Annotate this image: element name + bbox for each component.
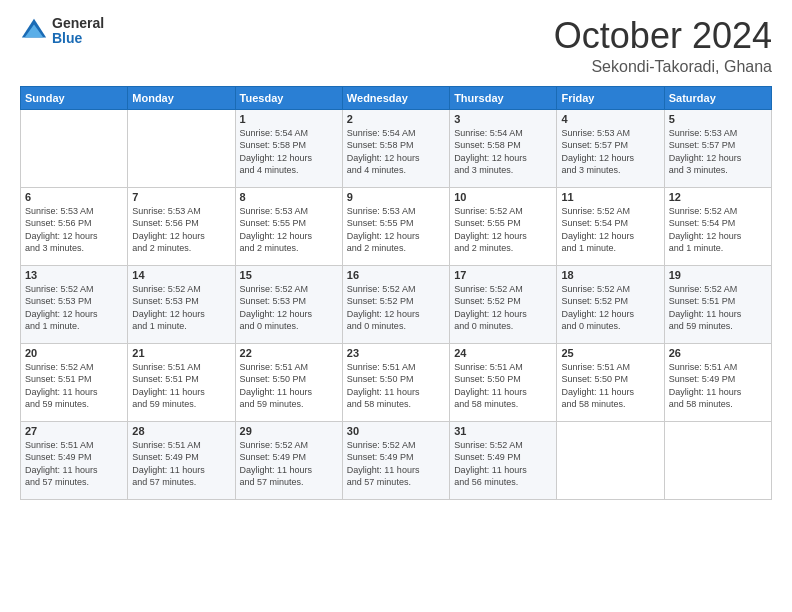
table-cell: 20Sunrise: 5:52 AM Sunset: 5:51 PM Dayli… (21, 343, 128, 421)
day-info: Sunrise: 5:52 AM Sunset: 5:53 PM Dayligh… (132, 283, 230, 333)
table-cell (21, 109, 128, 187)
table-cell (557, 421, 664, 499)
day-number: 10 (454, 191, 552, 203)
day-info: Sunrise: 5:51 AM Sunset: 5:50 PM Dayligh… (454, 361, 552, 411)
header-sunday: Sunday (21, 86, 128, 109)
table-cell: 4Sunrise: 5:53 AM Sunset: 5:57 PM Daylig… (557, 109, 664, 187)
day-info: Sunrise: 5:51 AM Sunset: 5:50 PM Dayligh… (347, 361, 445, 411)
day-number: 26 (669, 347, 767, 359)
day-number: 23 (347, 347, 445, 359)
table-cell: 23Sunrise: 5:51 AM Sunset: 5:50 PM Dayli… (342, 343, 449, 421)
day-info: Sunrise: 5:52 AM Sunset: 5:55 PM Dayligh… (454, 205, 552, 255)
table-cell: 1Sunrise: 5:54 AM Sunset: 5:58 PM Daylig… (235, 109, 342, 187)
table-cell: 25Sunrise: 5:51 AM Sunset: 5:50 PM Dayli… (557, 343, 664, 421)
day-info: Sunrise: 5:54 AM Sunset: 5:58 PM Dayligh… (347, 127, 445, 177)
logo-blue-text: Blue (52, 31, 104, 46)
day-info: Sunrise: 5:51 AM Sunset: 5:49 PM Dayligh… (25, 439, 123, 489)
title-block: October 2024 Sekondi-Takoradi, Ghana (554, 16, 772, 76)
calendar-location: Sekondi-Takoradi, Ghana (554, 58, 772, 76)
calendar-table: Sunday Monday Tuesday Wednesday Thursday… (20, 86, 772, 500)
day-info: Sunrise: 5:52 AM Sunset: 5:54 PM Dayligh… (669, 205, 767, 255)
header-friday: Friday (557, 86, 664, 109)
day-number: 25 (561, 347, 659, 359)
header-thursday: Thursday (450, 86, 557, 109)
day-number: 17 (454, 269, 552, 281)
table-cell: 30Sunrise: 5:52 AM Sunset: 5:49 PM Dayli… (342, 421, 449, 499)
day-info: Sunrise: 5:52 AM Sunset: 5:51 PM Dayligh… (25, 361, 123, 411)
day-number: 9 (347, 191, 445, 203)
table-cell: 31Sunrise: 5:52 AM Sunset: 5:49 PM Dayli… (450, 421, 557, 499)
day-info: Sunrise: 5:53 AM Sunset: 5:55 PM Dayligh… (347, 205, 445, 255)
logo: General Blue (20, 16, 104, 47)
day-info: Sunrise: 5:52 AM Sunset: 5:49 PM Dayligh… (454, 439, 552, 489)
day-number: 1 (240, 113, 338, 125)
day-info: Sunrise: 5:51 AM Sunset: 5:51 PM Dayligh… (132, 361, 230, 411)
day-info: Sunrise: 5:54 AM Sunset: 5:58 PM Dayligh… (240, 127, 338, 177)
day-info: Sunrise: 5:51 AM Sunset: 5:49 PM Dayligh… (669, 361, 767, 411)
day-number: 30 (347, 425, 445, 437)
day-number: 16 (347, 269, 445, 281)
table-cell: 10Sunrise: 5:52 AM Sunset: 5:55 PM Dayli… (450, 187, 557, 265)
table-cell: 14Sunrise: 5:52 AM Sunset: 5:53 PM Dayli… (128, 265, 235, 343)
day-number: 3 (454, 113, 552, 125)
day-number: 24 (454, 347, 552, 359)
day-number: 4 (561, 113, 659, 125)
day-info: Sunrise: 5:52 AM Sunset: 5:52 PM Dayligh… (347, 283, 445, 333)
table-cell: 17Sunrise: 5:52 AM Sunset: 5:52 PM Dayli… (450, 265, 557, 343)
table-cell: 24Sunrise: 5:51 AM Sunset: 5:50 PM Dayli… (450, 343, 557, 421)
day-info: Sunrise: 5:52 AM Sunset: 5:53 PM Dayligh… (25, 283, 123, 333)
day-info: Sunrise: 5:51 AM Sunset: 5:50 PM Dayligh… (561, 361, 659, 411)
day-info: Sunrise: 5:52 AM Sunset: 5:53 PM Dayligh… (240, 283, 338, 333)
day-number: 19 (669, 269, 767, 281)
day-info: Sunrise: 5:52 AM Sunset: 5:52 PM Dayligh… (561, 283, 659, 333)
week-row-3: 13Sunrise: 5:52 AM Sunset: 5:53 PM Dayli… (21, 265, 772, 343)
table-cell: 3Sunrise: 5:54 AM Sunset: 5:58 PM Daylig… (450, 109, 557, 187)
table-cell: 29Sunrise: 5:52 AM Sunset: 5:49 PM Dayli… (235, 421, 342, 499)
day-number: 5 (669, 113, 767, 125)
week-row-4: 20Sunrise: 5:52 AM Sunset: 5:51 PM Dayli… (21, 343, 772, 421)
day-number: 21 (132, 347, 230, 359)
day-number: 12 (669, 191, 767, 203)
day-number: 13 (25, 269, 123, 281)
calendar-title: October 2024 (554, 16, 772, 56)
day-info: Sunrise: 5:52 AM Sunset: 5:52 PM Dayligh… (454, 283, 552, 333)
day-info: Sunrise: 5:52 AM Sunset: 5:49 PM Dayligh… (240, 439, 338, 489)
day-info: Sunrise: 5:53 AM Sunset: 5:57 PM Dayligh… (561, 127, 659, 177)
day-info: Sunrise: 5:52 AM Sunset: 5:51 PM Dayligh… (669, 283, 767, 333)
day-number: 8 (240, 191, 338, 203)
header-wednesday: Wednesday (342, 86, 449, 109)
table-cell: 8Sunrise: 5:53 AM Sunset: 5:55 PM Daylig… (235, 187, 342, 265)
week-row-2: 6Sunrise: 5:53 AM Sunset: 5:56 PM Daylig… (21, 187, 772, 265)
day-number: 6 (25, 191, 123, 203)
table-cell (664, 421, 771, 499)
table-cell: 6Sunrise: 5:53 AM Sunset: 5:56 PM Daylig… (21, 187, 128, 265)
table-cell: 11Sunrise: 5:52 AM Sunset: 5:54 PM Dayli… (557, 187, 664, 265)
header-tuesday: Tuesday (235, 86, 342, 109)
table-cell: 2Sunrise: 5:54 AM Sunset: 5:58 PM Daylig… (342, 109, 449, 187)
table-cell: 15Sunrise: 5:52 AM Sunset: 5:53 PM Dayli… (235, 265, 342, 343)
day-number: 27 (25, 425, 123, 437)
table-cell: 18Sunrise: 5:52 AM Sunset: 5:52 PM Dayli… (557, 265, 664, 343)
day-info: Sunrise: 5:51 AM Sunset: 5:50 PM Dayligh… (240, 361, 338, 411)
day-info: Sunrise: 5:51 AM Sunset: 5:49 PM Dayligh… (132, 439, 230, 489)
day-info: Sunrise: 5:53 AM Sunset: 5:56 PM Dayligh… (25, 205, 123, 255)
header-row: Sunday Monday Tuesday Wednesday Thursday… (21, 86, 772, 109)
day-number: 14 (132, 269, 230, 281)
table-cell: 5Sunrise: 5:53 AM Sunset: 5:57 PM Daylig… (664, 109, 771, 187)
table-cell: 13Sunrise: 5:52 AM Sunset: 5:53 PM Dayli… (21, 265, 128, 343)
table-cell: 19Sunrise: 5:52 AM Sunset: 5:51 PM Dayli… (664, 265, 771, 343)
table-cell: 26Sunrise: 5:51 AM Sunset: 5:49 PM Dayli… (664, 343, 771, 421)
day-number: 2 (347, 113, 445, 125)
day-info: Sunrise: 5:53 AM Sunset: 5:56 PM Dayligh… (132, 205, 230, 255)
table-cell: 9Sunrise: 5:53 AM Sunset: 5:55 PM Daylig… (342, 187, 449, 265)
day-number: 22 (240, 347, 338, 359)
week-row-5: 27Sunrise: 5:51 AM Sunset: 5:49 PM Dayli… (21, 421, 772, 499)
day-number: 7 (132, 191, 230, 203)
day-number: 11 (561, 191, 659, 203)
day-number: 29 (240, 425, 338, 437)
week-row-1: 1Sunrise: 5:54 AM Sunset: 5:58 PM Daylig… (21, 109, 772, 187)
day-info: Sunrise: 5:53 AM Sunset: 5:57 PM Dayligh… (669, 127, 767, 177)
table-cell: 12Sunrise: 5:52 AM Sunset: 5:54 PM Dayli… (664, 187, 771, 265)
header-monday: Monday (128, 86, 235, 109)
table-cell: 7Sunrise: 5:53 AM Sunset: 5:56 PM Daylig… (128, 187, 235, 265)
